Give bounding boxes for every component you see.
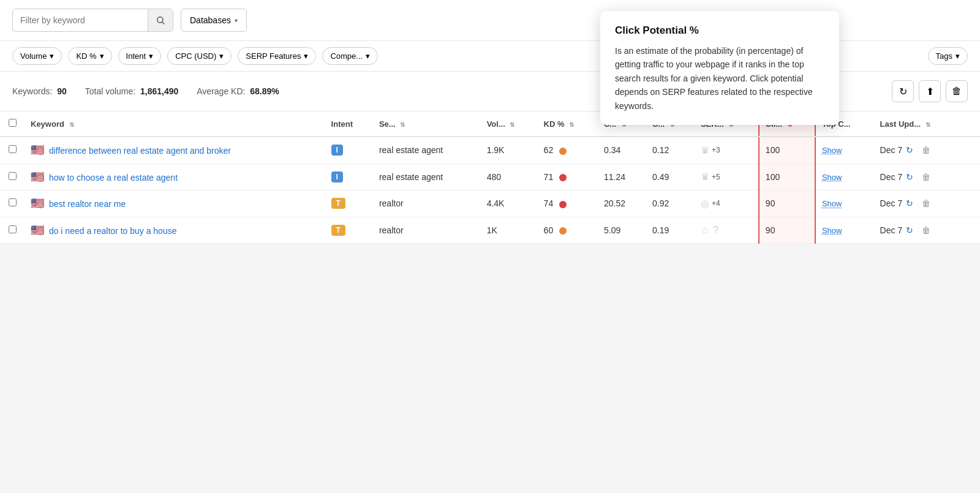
select-all-checkbox[interactable] [9, 119, 17, 127]
click-pot-cell: 100 [759, 164, 815, 190]
keyword-table-container: Keyword ⇅ Intent Se... ⇅ Vol... ⇅ KD % ⇅ [0, 111, 980, 244]
intent-badge: I [331, 171, 343, 183]
sort-icon: ⇅ [925, 121, 930, 128]
keyword-link[interactable]: how to choose a real estate agent [49, 173, 178, 183]
tooltip-body: Is an estimate of the probability (in pe… [615, 44, 824, 113]
serp-type-col-label: Se... [379, 119, 396, 129]
serp-feat-content: ♛ +5 [701, 171, 752, 183]
search-input[interactable] [13, 15, 148, 25]
databases-dropdown[interactable]: Databases ▾ [181, 9, 247, 32]
top-comp-show-link[interactable]: Show [822, 173, 842, 182]
refresh-all-button[interactable]: ↻ [892, 80, 914, 102]
top-comp-cell[interactable]: Show [815, 190, 874, 217]
serp-type-value: realtor [379, 198, 404, 208]
volume-filter[interactable]: Volume ▾ [12, 47, 62, 65]
serp-feat-cell: ♛ +5 [695, 164, 759, 190]
row-checkbox-cell[interactable] [0, 190, 24, 217]
kd-dot [559, 201, 567, 208]
volume-col-header[interactable]: Vol... ⇅ [481, 111, 538, 137]
top-comp-show-link[interactable]: Show [822, 146, 842, 155]
intent-badge: T [331, 198, 345, 209]
intent-cell: T [325, 190, 373, 217]
intent-cell: I [325, 164, 373, 190]
chevron-down-icon: ▾ [956, 51, 960, 61]
table-body: 🇺🇸 difference between real estate agent … [0, 137, 980, 244]
intent-filter[interactable]: Intent ▾ [118, 47, 162, 65]
serp-type-cell: real estate agent [373, 164, 481, 190]
svg-line-1 [162, 22, 164, 24]
row-checkbox[interactable] [9, 145, 17, 153]
keyword-link[interactable]: difference between real estate agent and… [49, 146, 231, 156]
tags-filter-label: Tags [936, 51, 952, 61]
country-flag: 🇺🇸 [31, 197, 44, 209]
click-pot-value: 90 [766, 225, 775, 235]
cpc-filter[interactable]: CPC (USD) ▾ [167, 47, 232, 65]
serp-feat-cell: ◎ +4 [695, 190, 759, 217]
cpc-cell: 5.09 [598, 217, 646, 244]
delete-row-icon[interactable]: 🗑 [922, 198, 930, 208]
keyword-col-header[interactable]: Keyword ⇅ [24, 111, 325, 137]
kd-value: 68.89% [250, 86, 279, 96]
last-upd-date: Dec 7 [880, 225, 903, 235]
cpc-value: 20.52 [604, 198, 625, 208]
row-checkbox-cell[interactable] [0, 137, 24, 164]
serp-feat-cell: ☆? [695, 217, 759, 244]
cpc-value: 0.34 [604, 145, 620, 155]
export-button[interactable]: ⬆ [919, 80, 941, 102]
kd-filter[interactable]: KD % ▾ [68, 47, 111, 65]
row-checkbox[interactable] [9, 172, 17, 180]
keywords-value: 90 [57, 86, 67, 96]
serp-feat-content: ◎ +4 [701, 198, 752, 209]
serp-crown-icon: ♛ [701, 171, 709, 183]
last-upd-col-header[interactable]: Last Upd... ⇅ [874, 111, 963, 137]
comp-cell: 0.12 [646, 137, 695, 164]
search-button[interactable] [148, 9, 173, 31]
comp-filter[interactable]: Compe... ▾ [322, 47, 378, 65]
refresh-icon[interactable]: ↻ [906, 225, 913, 235]
kd-cell: 71 [538, 164, 598, 190]
table-row: 🇺🇸 best realtor near me T realtor 4.4K 7… [0, 190, 980, 217]
top-comp-show-link[interactable]: Show [822, 226, 842, 235]
refresh-icon[interactable]: ↻ [906, 198, 913, 208]
cpc-cell: 0.34 [598, 137, 646, 164]
keyword-link[interactable]: do i need a realtor to buy a house [49, 226, 177, 236]
keyword-col-label: Keyword [31, 119, 64, 129]
click-pot-cell: 100 [759, 137, 815, 164]
comp-value: 0.12 [652, 145, 669, 155]
row-checkbox-cell[interactable] [0, 164, 24, 190]
tags-filter[interactable]: Tags ▾ [928, 47, 968, 65]
delete-row-icon[interactable]: 🗑 [922, 225, 930, 235]
cpc-filter-label: CPC (USD) [175, 51, 216, 61]
serp-feat-cell: ♛ +3 [695, 137, 759, 164]
tooltip-title: Click Potential % [615, 24, 824, 37]
refresh-icon[interactable]: ↻ [906, 145, 913, 155]
comp-value: 0.92 [652, 198, 669, 208]
top-comp-show-link[interactable]: Show [822, 199, 842, 208]
cpc-value: 11.24 [604, 172, 625, 182]
refresh-icon[interactable]: ↻ [906, 172, 913, 182]
top-comp-cell[interactable]: Show [815, 164, 874, 190]
row-checkbox-cell[interactable] [0, 217, 24, 244]
top-comp-cell[interactable]: Show [815, 137, 874, 164]
databases-label: Databases [190, 15, 231, 25]
row-checkbox[interactable] [9, 198, 17, 206]
top-comp-cell[interactable]: Show [815, 217, 874, 244]
delete-all-button[interactable]: 🗑 [946, 80, 968, 102]
kd-col-header[interactable]: KD % ⇅ [538, 111, 598, 137]
search-box[interactable] [12, 9, 173, 32]
serp-filter[interactable]: SERP Features ▾ [238, 47, 316, 65]
intent-col-header[interactable]: Intent [325, 111, 373, 137]
actions-col-header [963, 111, 980, 137]
row-checkbox[interactable] [9, 225, 17, 233]
intent-badge: T [331, 225, 345, 236]
last-upd-col-label: Last Upd... [880, 119, 921, 129]
keyword-link[interactable]: best realtor near me [49, 199, 126, 209]
delete-row-icon[interactable]: 🗑 [922, 145, 930, 155]
delete-row-icon[interactable]: 🗑 [922, 172, 930, 182]
volume-col-label: Vol... [487, 119, 505, 129]
serp-star-icon: ☆ [701, 225, 709, 236]
keyword-table: Keyword ⇅ Intent Se... ⇅ Vol... ⇅ KD % ⇅ [0, 111, 980, 244]
last-upd-cell: Dec 7 ↻ 🗑 [874, 137, 963, 164]
serp-type-col-header[interactable]: Se... ⇅ [373, 111, 481, 137]
select-all-header[interactable] [0, 111, 24, 137]
